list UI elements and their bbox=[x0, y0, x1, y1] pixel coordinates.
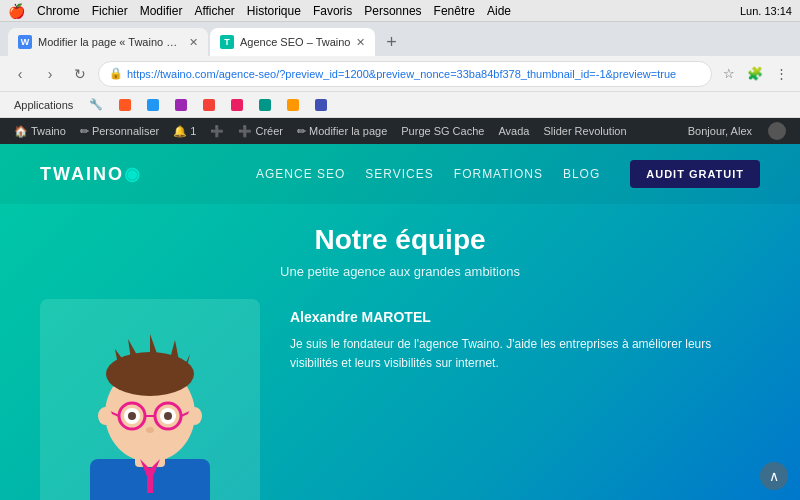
bookmark-misc1[interactable] bbox=[169, 97, 193, 113]
bookmark-label: Applications bbox=[14, 99, 73, 111]
wp-customize[interactable]: ✏ Personnaliser bbox=[74, 118, 165, 144]
menu-modifier[interactable]: Modifier bbox=[140, 4, 183, 18]
page-content: Notre équipe Une petite agence aux grand… bbox=[0, 204, 800, 500]
website-content: TWAINO◉ AGENCE SEO SERVICES FORMATIONS B… bbox=[0, 144, 800, 500]
wp-logo: 🏠 bbox=[14, 125, 28, 138]
tab-1[interactable]: W Modifier la page « Twaino — … ✕ bbox=[8, 28, 208, 56]
menu-favoris[interactable]: Favoris bbox=[313, 4, 352, 18]
bookmark-color1[interactable] bbox=[113, 97, 137, 113]
svg-point-18 bbox=[146, 427, 154, 433]
tab-bar: W Modifier la page « Twaino — … ✕ T Agen… bbox=[0, 22, 800, 56]
menubar-time: Lun. 13:14 bbox=[740, 5, 792, 17]
avatar-svg bbox=[60, 304, 240, 500]
wp-edit-page[interactable]: ✏ Modifier la page bbox=[291, 118, 393, 144]
svg-point-21 bbox=[98, 407, 112, 425]
svg-marker-7 bbox=[168, 340, 180, 366]
site-nav-links: AGENCE SEO SERVICES FORMATIONS BLOG AUDI… bbox=[256, 160, 760, 188]
wp-home[interactable]: 🏠 🏠 Twaino Twaino bbox=[8, 118, 72, 144]
bookmark-misc6[interactable] bbox=[309, 97, 333, 113]
tab-2-favicon: T bbox=[220, 35, 234, 49]
wp-notifications[interactable]: 🔔 1 bbox=[167, 118, 202, 144]
bookmark-dot4 bbox=[203, 99, 215, 111]
audit-gratuit-button[interactable]: AUDIT GRATUIT bbox=[630, 160, 760, 188]
svg-rect-20 bbox=[147, 468, 153, 493]
site-logo: TWAINO◉ bbox=[40, 163, 142, 185]
menu-fenetre[interactable]: Fenêtre bbox=[434, 4, 475, 18]
wp-slider[interactable]: Slider Revolution bbox=[537, 118, 632, 144]
mac-menubar: 🍎 Chrome Fichier Modifier Afficher Histo… bbox=[0, 0, 800, 22]
address-bar: ‹ › ↻ 🔒 https://twaino.com/agence-seo/?p… bbox=[0, 56, 800, 92]
scroll-to-top-button[interactable]: ∧ bbox=[760, 462, 788, 490]
svg-point-17 bbox=[164, 412, 172, 420]
svg-marker-6 bbox=[150, 334, 160, 364]
menubar-right: Lun. 13:14 bbox=[740, 5, 792, 17]
bookmark-icon: 🔧 bbox=[89, 98, 103, 111]
team-member-avatar bbox=[40, 299, 260, 500]
menu-fichier[interactable]: Fichier bbox=[92, 4, 128, 18]
bookmark-misc5[interactable] bbox=[281, 97, 305, 113]
wp-avada[interactable]: Avada bbox=[492, 118, 535, 144]
bookmark-dot7 bbox=[287, 99, 299, 111]
refresh-button[interactable]: ↻ bbox=[68, 62, 92, 86]
extensions-btn[interactable]: 🧩 bbox=[744, 63, 766, 85]
tab-2[interactable]: T Agence SEO – Twaino ✕ bbox=[210, 28, 375, 56]
team-card-info: Alexandre MAROTEL Je suis le fondateur d… bbox=[290, 299, 760, 500]
bookmark-applications[interactable]: Applications bbox=[8, 97, 79, 113]
wp-creer[interactable]: ➕ Créer bbox=[232, 118, 289, 144]
menu-historique[interactable]: Historique bbox=[247, 4, 301, 18]
tab-1-title: Modifier la page « Twaino — … bbox=[38, 36, 183, 48]
nav-agence-seo[interactable]: AGENCE SEO bbox=[256, 167, 345, 181]
site-nav: TWAINO◉ AGENCE SEO SERVICES FORMATIONS B… bbox=[0, 144, 800, 204]
bookmark-dot6 bbox=[259, 99, 271, 111]
team-member-1-name: Alexandre MAROTEL bbox=[290, 309, 760, 325]
menubar-left: 🍎 Chrome Fichier Modifier Afficher Histo… bbox=[8, 3, 511, 19]
nav-services[interactable]: SERVICES bbox=[365, 167, 433, 181]
bookmark-dot5 bbox=[231, 99, 243, 111]
nav-formations[interactable]: FORMATIONS bbox=[454, 167, 543, 181]
wp-avatar[interactable] bbox=[762, 118, 792, 144]
tab-1-favicon: W bbox=[18, 35, 32, 49]
bookmark-dot1 bbox=[119, 99, 131, 111]
wp-purge[interactable]: Purge SG Cache bbox=[395, 118, 490, 144]
bookmark-color2[interactable] bbox=[141, 97, 165, 113]
bookmark-tool[interactable]: 🔧 bbox=[83, 96, 109, 113]
forward-button[interactable]: › bbox=[38, 62, 62, 86]
bookmark-misc3[interactable] bbox=[225, 97, 249, 113]
page-title: Notre équipe bbox=[40, 224, 760, 256]
menu-aide[interactable]: Aide bbox=[487, 4, 511, 18]
svg-point-16 bbox=[128, 412, 136, 420]
avatar bbox=[768, 122, 786, 140]
lock-icon: 🔒 bbox=[109, 67, 123, 80]
menu-chrome[interactable]: Chrome bbox=[37, 4, 80, 18]
bookmark-dot3 bbox=[175, 99, 187, 111]
tab-1-close[interactable]: ✕ bbox=[189, 36, 198, 49]
address-bar-actions: ☆ 🧩 ⋮ bbox=[718, 63, 792, 85]
browser-frame: W Modifier la page « Twaino — … ✕ T Agen… bbox=[0, 22, 800, 118]
bookmark-btn[interactable]: ☆ bbox=[718, 63, 740, 85]
tab-2-title: Agence SEO – Twaino bbox=[240, 36, 350, 48]
bookmark-misc4[interactable] bbox=[253, 97, 277, 113]
bookmark-dot8 bbox=[315, 99, 327, 111]
bookmark-dot2 bbox=[147, 99, 159, 111]
url-bar[interactable]: 🔒 https://twaino.com/agence-seo/?preview… bbox=[98, 61, 712, 87]
page-subtitle: Une petite agence aux grandes ambitions bbox=[40, 264, 760, 279]
bookmark-misc2[interactable] bbox=[197, 97, 221, 113]
team-section: Alexandre MAROTEL Je suis le fondateur d… bbox=[40, 299, 760, 500]
wp-greeting: Bonjour, Alex bbox=[680, 125, 760, 137]
more-btn[interactable]: ⋮ bbox=[770, 63, 792, 85]
new-tab-button[interactable]: + bbox=[377, 28, 405, 56]
menu-afficher[interactable]: Afficher bbox=[194, 4, 234, 18]
bookmarks-bar: Applications 🔧 bbox=[0, 92, 800, 118]
wp-admin-bar: 🏠 🏠 Twaino Twaino ✏ Personnaliser 🔔 1 ➕ … bbox=[0, 118, 800, 144]
wp-add[interactable]: ➕ bbox=[204, 118, 230, 144]
url-text: https://twaino.com/agence-seo/?preview_i… bbox=[127, 68, 701, 80]
svg-point-22 bbox=[188, 407, 202, 425]
apple-menu[interactable]: 🍎 bbox=[8, 3, 25, 19]
nav-blog[interactable]: BLOG bbox=[563, 167, 600, 181]
back-button[interactable]: ‹ bbox=[8, 62, 32, 86]
logo-dot: ◉ bbox=[124, 164, 142, 184]
team-member-1-bio: Je suis le fondateur de l'agence Twaino.… bbox=[290, 335, 760, 373]
tab-2-close[interactable]: ✕ bbox=[356, 36, 365, 49]
logo-text: TWAINO bbox=[40, 164, 124, 184]
menu-personnes[interactable]: Personnes bbox=[364, 4, 421, 18]
